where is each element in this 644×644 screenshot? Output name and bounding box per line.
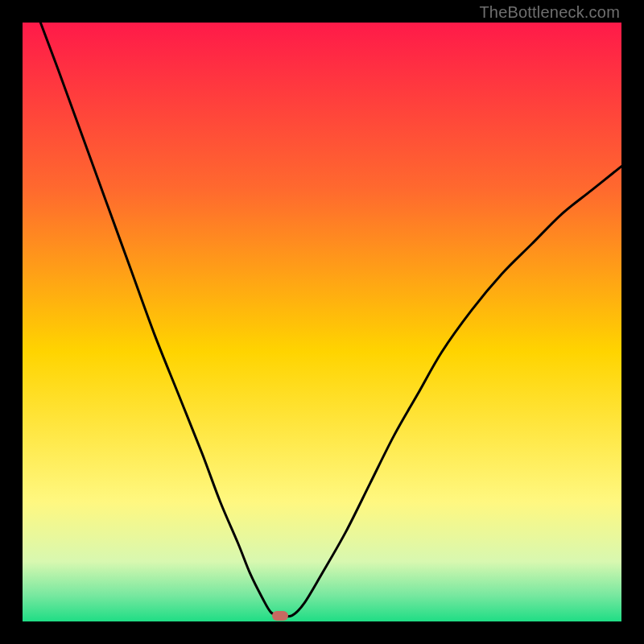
outer-frame: TheBottleneck.com	[0, 0, 644, 644]
optimal-point-marker	[272, 611, 288, 621]
gradient-background	[23, 23, 621, 621]
watermark-text: TheBottleneck.com	[479, 3, 620, 22]
plot-area	[23, 23, 621, 621]
chart-svg	[23, 23, 621, 621]
